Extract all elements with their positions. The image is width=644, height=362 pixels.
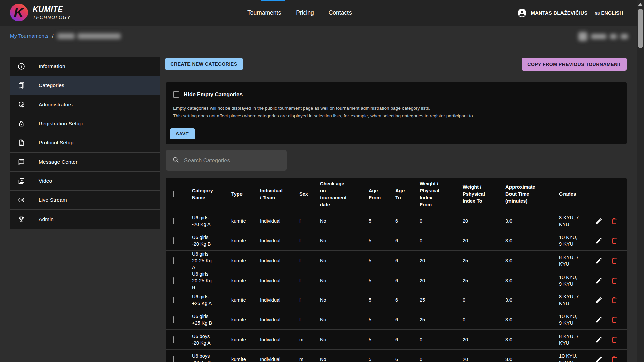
cell-type: kumite xyxy=(231,218,260,224)
table-row: U6 girls 20-25 Kg BkumiteIndividualfNo56… xyxy=(166,270,627,290)
cell-individual-team: Individual xyxy=(260,316,299,323)
cell-weight-index-to: 20 xyxy=(463,356,505,362)
row-checkbox[interactable] xyxy=(173,257,174,264)
nav-links: TournamentsPricingContacts xyxy=(247,0,352,26)
cell-sex: f xyxy=(299,297,320,303)
edit-pencil-icon[interactable] xyxy=(595,296,603,304)
language-selector[interactable]: GB ENGLISH xyxy=(595,10,623,16)
cell-weight-index-to: 0 xyxy=(463,297,505,303)
delete-trash-icon[interactable] xyxy=(611,356,618,362)
sidebar-item-information[interactable]: Information xyxy=(10,57,160,76)
create-new-categories-button[interactable]: CREATE NEW CATEGORIES xyxy=(165,58,243,70)
cell-weight-index-from: 20 xyxy=(420,277,463,284)
row-checkbox[interactable] xyxy=(173,277,174,284)
cell-grades: 10 KYU, 9 KYU xyxy=(559,313,583,326)
row-checkbox[interactable] xyxy=(173,356,174,362)
cell-grades: 10 KYU, 9 KYU xyxy=(559,274,583,287)
cell-check-age: No xyxy=(320,237,369,244)
brand-name: KUMITE xyxy=(33,5,71,14)
nav-link-tournaments[interactable]: Tournaments xyxy=(247,9,281,16)
language-flag-code: GB xyxy=(595,12,600,15)
row-actions xyxy=(595,217,627,225)
select-all-checkbox[interactable] xyxy=(173,191,174,197)
live-stream-icon xyxy=(17,196,25,204)
sidebar-item-label: Categories xyxy=(39,82,64,88)
cell-age-to: 6 xyxy=(395,277,420,284)
delete-trash-icon[interactable] xyxy=(611,316,618,323)
edit-pencil-icon[interactable] xyxy=(595,316,603,323)
row-checkbox[interactable] xyxy=(173,237,174,244)
cell-weight-index-from: 0 xyxy=(420,218,463,224)
hide-empty-categories-checkbox[interactable] xyxy=(173,91,179,98)
cell-age-from: 5 xyxy=(369,316,395,323)
cell-check-age: No xyxy=(320,257,369,264)
sidebar-item-categories[interactable]: Categories xyxy=(10,76,160,95)
delete-trash-icon[interactable] xyxy=(611,296,618,304)
cell-category-name: U6 girls +25 Kg B xyxy=(192,313,219,326)
sidebar-item-registration-setup[interactable]: Registration Setup xyxy=(10,114,160,133)
edit-pencil-icon[interactable] xyxy=(595,277,603,284)
row-actions xyxy=(595,356,627,362)
delete-trash-icon[interactable] xyxy=(611,217,618,225)
video-icon xyxy=(17,177,25,185)
nav-link-pricing[interactable]: Pricing xyxy=(296,9,314,16)
table-row: U6 boys -20 Kg BkumiteIndividualmNo56020… xyxy=(166,350,627,362)
row-checkbox[interactable] xyxy=(173,336,174,343)
cell-type: kumite xyxy=(231,277,260,284)
table-row: U6 boys -20 Kg AkumiteIndividualmNo56020… xyxy=(166,330,627,350)
row-checkbox[interactable] xyxy=(173,316,174,323)
search-categories-box[interactable] xyxy=(166,150,287,171)
save-button[interactable]: SAVE xyxy=(170,128,195,139)
header-weight-index-from: Weight / Physical Index From xyxy=(420,180,448,208)
sidebar-item-video[interactable]: Video xyxy=(10,171,160,190)
cell-individual-team: Individual xyxy=(260,297,299,303)
cell-weight-index-to: 20 xyxy=(463,218,505,224)
language-label: ENGLISH xyxy=(601,10,623,16)
edit-pencil-icon[interactable] xyxy=(595,217,603,225)
cell-individual-team: Individual xyxy=(260,218,299,224)
header-sex: Sex xyxy=(299,191,320,198)
sidebar-item-administrators[interactable]: Administrators xyxy=(10,95,160,114)
scrollbar-up-arrow-icon[interactable] xyxy=(638,3,643,6)
cell-type: kumite xyxy=(231,257,260,264)
sidebar-item-label: Video xyxy=(39,178,52,184)
cell-weight-index-from: 25 xyxy=(420,297,463,303)
search-categories-input[interactable] xyxy=(184,157,281,164)
edit-pencil-icon[interactable] xyxy=(595,336,603,343)
row-checkbox[interactable] xyxy=(173,297,174,303)
hide-empty-categories-checkbox-row[interactable]: Hide Empty Categories xyxy=(173,91,243,98)
sidebar-item-message-center[interactable]: Message Center xyxy=(10,152,160,171)
edit-pencil-icon[interactable] xyxy=(595,356,603,362)
setting-description-line2: This setting does not affect places wher… xyxy=(173,113,474,118)
cell-weight-index-from: 20 xyxy=(420,257,463,264)
table-body: U6 girls -20 Kg AkumiteIndividualfNo5602… xyxy=(166,211,627,362)
cell-category-name: U6 boys -20 Kg A xyxy=(192,333,219,346)
delete-trash-icon[interactable] xyxy=(611,277,618,284)
cell-type: kumite xyxy=(231,297,260,303)
delete-trash-icon[interactable] xyxy=(611,257,618,264)
nav-link-contacts[interactable]: Contacts xyxy=(329,9,352,16)
message-icon xyxy=(17,158,25,166)
cell-grades: 10 KYU, 9 KYU xyxy=(559,353,583,362)
edit-pencil-icon[interactable] xyxy=(595,237,603,244)
sidebar-item-admin[interactable]: Admin xyxy=(10,209,160,229)
cell-individual-team: Individual xyxy=(260,277,299,284)
user-menu[interactable]: MANTAS BLAŽEVIČIUS GB ENGLISH xyxy=(517,0,623,26)
delete-trash-icon[interactable] xyxy=(611,237,618,244)
edit-pencil-icon[interactable] xyxy=(595,257,603,264)
row-actions xyxy=(595,277,627,284)
sidebar: InformationCategoriesAdministratorsRegis… xyxy=(10,57,160,229)
cell-grades: 8 KYU, 7 KYU xyxy=(559,214,583,228)
row-checkbox[interactable] xyxy=(173,218,174,224)
cell-age-to: 6 xyxy=(395,237,420,244)
copy-from-previous-tournament-button[interactable]: COPY FROM PREVIOUS TOURNAMENT xyxy=(522,58,627,71)
brand-logo[interactable]: K KUMITE TECHNOLOGY xyxy=(10,4,71,21)
page-scrollbar[interactable] xyxy=(637,0,644,362)
scrollbar-thumb[interactable] xyxy=(638,9,643,48)
sidebar-item-live-stream[interactable]: Live Stream xyxy=(10,190,160,209)
delete-trash-icon[interactable] xyxy=(611,336,618,343)
kumite-logo-icon: K xyxy=(10,4,28,21)
breadcrumb-my-tournaments-link[interactable]: My Tournaments xyxy=(10,33,48,39)
cell-sex: m xyxy=(299,356,320,362)
sidebar-item-protocol-setup[interactable]: Protocol Setup xyxy=(10,133,160,152)
